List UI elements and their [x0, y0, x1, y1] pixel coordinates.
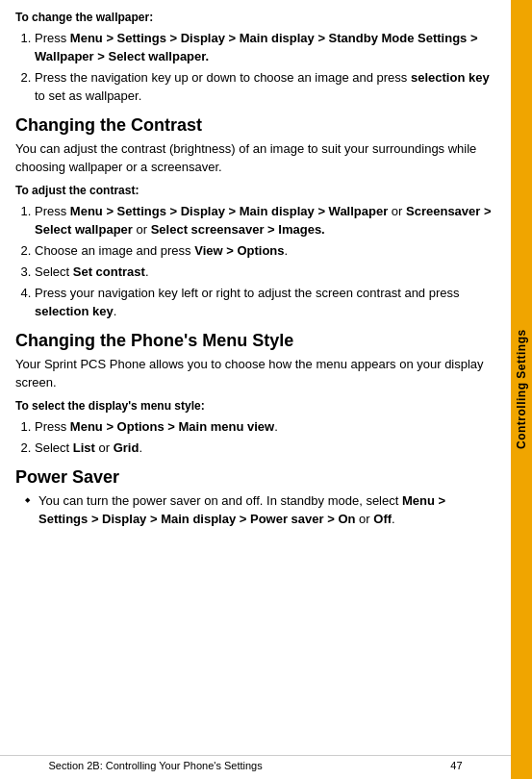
- contrast-step-3: Select Set contrast.: [35, 264, 495, 282]
- main-content: To change the wallpaper: Press Menu > Se…: [0, 0, 511, 779]
- menu-style-step-1: Press Menu > Options > Main menu view.: [35, 418, 495, 437]
- power-saver-item-1: You can turn the power saver on and off.…: [25, 492, 495, 529]
- contrast-step-1: Press Menu > Settings > Display > Main d…: [35, 203, 495, 239]
- contrast-heading: Changing the Contrast: [15, 115, 495, 137]
- page-number: 47: [450, 760, 462, 771]
- sidebar-tab: Controlling Settings: [511, 0, 532, 779]
- power-saver-heading: Power Saver: [15, 467, 495, 489]
- wallpaper-step-1: Press Menu > Settings > Display > Main d…: [35, 30, 495, 66]
- contrast-steps-list: Press Menu > Settings > Display > Main d…: [15, 203, 495, 320]
- menu-style-intro: Your Sprint PCS Phone allows you to choo…: [15, 356, 495, 392]
- power-saver-list: You can turn the power saver on and off.…: [15, 492, 495, 529]
- menu-style-step-2: Select List or Grid.: [35, 440, 495, 458]
- content-inner: To change the wallpaper: Press Menu > Se…: [15, 10, 495, 562]
- contrast-step-4: Press your navigation key left or right …: [35, 285, 495, 321]
- page-container: To change the wallpaper: Press Menu > Se…: [0, 0, 532, 779]
- wallpaper-step-2: Press the navigation key up or down to c…: [35, 69, 495, 106]
- menu-style-heading: Changing the Phone's Menu Style: [15, 331, 495, 352]
- contrast-intro: You can adjust the contrast (brightness)…: [15, 140, 495, 177]
- menu-style-steps-list: Press Menu > Options > Main menu view. S…: [15, 418, 495, 458]
- page-footer: Section 2B: Controlling Your Phone's Set…: [0, 755, 511, 771]
- footer-text: Section 2B: Controlling Your Phone's Set…: [48, 760, 262, 771]
- wallpaper-steps-list: Press Menu > Settings > Display > Main d…: [15, 30, 495, 105]
- menu-style-sub: To select the display's menu style:: [15, 398, 495, 415]
- wallpaper-intro-label: To change the wallpaper:: [15, 10, 495, 26]
- contrast-step-2: Choose an image and press View > Options…: [35, 242, 495, 261]
- contrast-sub: To adjust the contrast:: [15, 183, 495, 199]
- sidebar-tab-label: Controlling Settings: [515, 330, 528, 450]
